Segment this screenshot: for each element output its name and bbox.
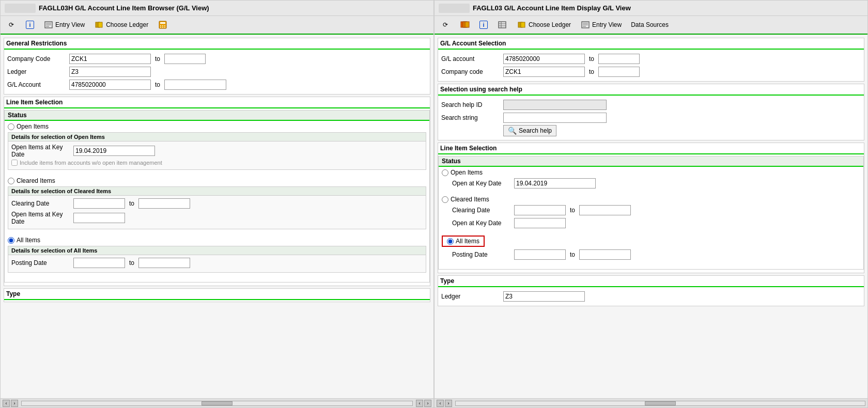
- right-toolbar: ⟳ i Choose Ledger: [435, 16, 867, 35]
- right-clearing-date-input[interactable]: [514, 205, 566, 215]
- left-panel-title: FAGLL03H G/L Account Line Item Browser (…: [39, 4, 209, 12]
- left-entry-view-label: Entry View: [55, 21, 85, 28]
- right-posting-date-input[interactable]: [514, 249, 566, 260]
- posting-date-row: Posting Date to: [11, 257, 423, 269]
- gl-account-input[interactable]: [69, 80, 151, 90]
- right-ledger-label: Ledger: [441, 293, 503, 300]
- left-choose-ledger-btn[interactable]: Choose Ledger: [91, 18, 151, 32]
- right-open-items-radio-row: Open Items: [442, 169, 860, 176]
- left-nav-right2[interactable]: ›: [424, 400, 431, 407]
- open-items-key-date2-input[interactable]: [73, 213, 125, 223]
- right-open-key-date-input[interactable]: [514, 178, 596, 189]
- right-data-sources-btn[interactable]: Data Sources: [628, 20, 671, 30]
- left-line-item-header: Line Item Selection: [4, 97, 430, 108]
- right-gl-account-input[interactable]: [503, 54, 585, 64]
- left-bottom-bar: ‹ › ‹ ›: [1, 398, 433, 407]
- right-gl-account-row: G/L account to: [441, 53, 861, 65]
- search-help-btn-row: 🔍 Search help: [441, 125, 861, 136]
- right-clearing-to-input[interactable]: [579, 205, 631, 215]
- right-gl-to-input[interactable]: [598, 54, 640, 64]
- left-choose-ledger-label: Choose Ledger: [106, 21, 148, 28]
- left-info-btn[interactable]: i: [23, 19, 37, 30]
- search-help-btn-icon: 🔍: [508, 127, 517, 135]
- right-ledger-row: Ledger: [441, 291, 861, 302]
- right-nav-arrows: ‹ ›: [437, 400, 452, 407]
- right-all-items-group: All Items Posting Date to: [442, 236, 860, 264]
- left-calc-btn[interactable]: [155, 18, 171, 32]
- search-string-label: Search string: [441, 114, 503, 121]
- include-items-checkbox[interactable]: [11, 160, 18, 166]
- right-posting-date-label: Posting Date: [452, 251, 514, 258]
- svg-rect-22: [521, 22, 525, 27]
- right-scroll-left-btn[interactable]: ‹: [437, 400, 444, 407]
- cleared-items-radio-row: Cleared Items: [8, 177, 426, 184]
- gl-account-to: to: [151, 81, 164, 88]
- right-back-btn[interactable]: ⟳: [438, 18, 453, 32]
- left-entry-view-btn[interactable]: Entry View: [41, 18, 87, 32]
- right-entry-view-btn[interactable]: Entry View: [578, 18, 624, 32]
- left-nav-left2[interactable]: ‹: [416, 400, 423, 407]
- open-items-key-date-input[interactable]: [73, 146, 155, 156]
- right-list-btn[interactable]: [494, 18, 510, 32]
- right-open-key-date2-row: Open at Key Date: [452, 217, 860, 229]
- clearing-date-to-input[interactable]: [138, 198, 190, 209]
- left-nav-arrows: ‹ ›: [3, 400, 18, 407]
- right-scroll-right-btn[interactable]: ›: [445, 400, 452, 407]
- svg-point-13: [164, 27, 165, 28]
- right-pages-btn[interactable]: [457, 18, 473, 32]
- company-code-row: Company Code to: [7, 53, 427, 65]
- right-back-icon: ⟳: [440, 20, 451, 30]
- all-items-group: All Items Details for selection of All I…: [8, 237, 426, 277]
- right-company-to-input[interactable]: [598, 67, 640, 77]
- left-panel: FAGLL03H G/L Account Line Item Browser (…: [0, 0, 434, 408]
- right-open-key-date2-input[interactable]: [514, 218, 566, 228]
- right-cleared-items-radio[interactable]: [442, 196, 448, 203]
- ledger-input[interactable]: [69, 67, 151, 77]
- left-scroll-left-btn[interactable]: ‹: [3, 400, 10, 407]
- search-string-input[interactable]: [503, 113, 607, 123]
- right-status-header: Status: [439, 156, 863, 167]
- open-items-radio[interactable]: [8, 123, 14, 130]
- right-ledger-input[interactable]: [503, 291, 585, 302]
- search-help-id-input[interactable]: [503, 100, 607, 110]
- search-help-button[interactable]: 🔍 Search help: [503, 125, 556, 136]
- open-items-group: Open Items Details for selection of Open…: [8, 123, 426, 174]
- posting-date-to-input[interactable]: [138, 258, 190, 268]
- right-all-items-row: All Items: [442, 236, 860, 247]
- gl-account-row: G/L Account to: [7, 79, 427, 90]
- cleared-items-label: Cleared Items: [17, 177, 55, 184]
- svg-rect-7: [160, 22, 165, 24]
- all-items-radio[interactable]: [8, 237, 14, 244]
- right-entry-view-label: Entry View: [592, 21, 622, 28]
- svg-rect-16: [465, 22, 469, 27]
- left-toolbar: ⟳ i Entry View Choose Ledger: [1, 16, 433, 35]
- right-gl-form: G/L account to Company code to: [438, 51, 864, 81]
- svg-rect-5: [98, 22, 102, 27]
- posting-date-to: to: [125, 259, 138, 266]
- right-hscrollbar[interactable]: [455, 401, 865, 406]
- cleared-items-radio[interactable]: [8, 178, 14, 184]
- company-code-input[interactable]: [69, 54, 151, 64]
- right-company-code-label: Company code: [441, 68, 503, 75]
- right-choose-ledger-btn[interactable]: Choose Ledger: [514, 18, 574, 32]
- clearing-date-input[interactable]: [73, 198, 125, 209]
- gl-account-to-input[interactable]: [164, 80, 226, 90]
- left-hscroll-thumb[interactable]: [202, 401, 233, 405]
- right-open-key-date2-label: Open at Key Date: [452, 219, 514, 227]
- left-scroll-right-btn[interactable]: ›: [11, 400, 18, 407]
- company-code-to-input[interactable]: [164, 54, 206, 64]
- right-content: G/L Account Selection G/L account to Com…: [435, 35, 867, 398]
- right-info-btn[interactable]: i: [477, 19, 490, 30]
- company-code-to: to: [151, 55, 164, 62]
- right-hscroll-thumb[interactable]: [645, 401, 676, 405]
- right-posting-to-input[interactable]: [579, 249, 631, 260]
- left-back-btn[interactable]: ⟳: [4, 18, 19, 32]
- right-list-icon: [497, 20, 507, 30]
- clearing-date-label: Clearing Date: [11, 200, 73, 207]
- back-icon: ⟳: [6, 20, 17, 30]
- right-company-code-input[interactable]: [503, 67, 585, 77]
- posting-date-input[interactable]: [73, 258, 125, 268]
- right-open-items-radio[interactable]: [442, 169, 448, 176]
- right-all-items-radio[interactable]: [447, 238, 454, 245]
- left-hscrollbar[interactable]: [21, 401, 413, 406]
